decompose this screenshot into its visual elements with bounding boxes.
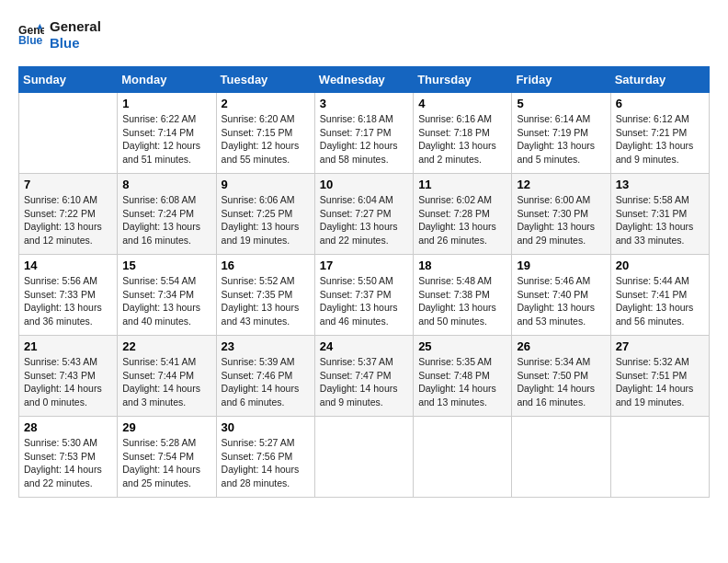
- day-info: Sunrise: 5:32 AMSunset: 7:51 PMDaylight:…: [616, 355, 704, 409]
- weekday-header-tuesday: Tuesday: [216, 67, 314, 93]
- day-info: Sunrise: 5:27 AMSunset: 7:56 PMDaylight:…: [222, 436, 310, 490]
- calendar-cell: [610, 417, 709, 498]
- day-number: 21: [24, 339, 112, 353]
- calendar-cell: [19, 93, 118, 174]
- day-number: 9: [222, 178, 310, 191]
- day-number: 26: [517, 339, 605, 353]
- calendar-cell: [414, 417, 512, 498]
- weekday-header-monday: Monday: [118, 67, 216, 93]
- day-info: Sunrise: 5:56 AMSunset: 7:33 PMDaylight:…: [24, 274, 112, 328]
- day-number: 4: [418, 97, 506, 110]
- calendar-cell: 17Sunrise: 5:50 AMSunset: 7:37 PMDayligh…: [314, 255, 413, 336]
- svg-text:Blue: Blue: [18, 34, 43, 47]
- calendar-cell: [314, 417, 413, 498]
- calendar-cell: 30Sunrise: 5:27 AMSunset: 7:56 PMDayligh…: [216, 417, 314, 498]
- day-number: 24: [320, 339, 408, 353]
- day-info: Sunrise: 6:04 AMSunset: 7:27 PMDaylight:…: [320, 193, 408, 247]
- calendar-cell: 28Sunrise: 5:30 AMSunset: 7:53 PMDayligh…: [19, 417, 118, 498]
- day-info: Sunrise: 6:00 AMSunset: 7:30 PMDaylight:…: [517, 193, 605, 247]
- day-info: Sunrise: 5:58 AMSunset: 7:31 PMDaylight:…: [616, 193, 704, 247]
- day-info: Sunrise: 5:28 AMSunset: 7:54 PMDaylight:…: [122, 436, 210, 490]
- day-info: Sunrise: 5:54 AMSunset: 7:34 PMDaylight:…: [122, 274, 210, 328]
- day-number: 1: [122, 97, 210, 110]
- calendar-cell: 19Sunrise: 5:46 AMSunset: 7:40 PMDayligh…: [512, 255, 610, 336]
- logo-icon: General Blue: [18, 22, 44, 48]
- day-info: Sunrise: 5:46 AMSunset: 7:40 PMDaylight:…: [517, 274, 605, 328]
- calendar-cell: 20Sunrise: 5:44 AMSunset: 7:41 PMDayligh…: [610, 255, 709, 336]
- calendar-cell: 15Sunrise: 5:54 AMSunset: 7:34 PMDayligh…: [118, 255, 216, 336]
- calendar-cell: 3Sunrise: 6:18 AMSunset: 7:17 PMDaylight…: [314, 93, 413, 174]
- calendar-cell: 6Sunrise: 6:12 AMSunset: 7:21 PMDaylight…: [610, 93, 709, 174]
- day-info: Sunrise: 6:14 AMSunset: 7:19 PMDaylight:…: [517, 112, 605, 167]
- calendar-cell: 10Sunrise: 6:04 AMSunset: 7:27 PMDayligh…: [314, 174, 413, 255]
- day-number: 27: [616, 339, 704, 353]
- calendar-week-5: 28Sunrise: 5:30 AMSunset: 7:53 PMDayligh…: [19, 417, 710, 498]
- day-info: Sunrise: 6:02 AMSunset: 7:28 PMDaylight:…: [418, 193, 506, 247]
- day-number: 13: [616, 178, 704, 191]
- day-number: 20: [616, 259, 704, 272]
- weekday-header-friday: Friday: [512, 67, 610, 93]
- logo-line1: General: [50, 18, 101, 35]
- day-number: 8: [122, 178, 210, 191]
- calendar-cell: 2Sunrise: 6:20 AMSunset: 7:15 PMDaylight…: [216, 93, 314, 174]
- day-number: 14: [24, 259, 112, 272]
- day-number: 22: [122, 339, 210, 353]
- calendar-cell: 22Sunrise: 5:41 AMSunset: 7:44 PMDayligh…: [118, 336, 216, 417]
- calendar-cell: 9Sunrise: 6:06 AMSunset: 7:25 PMDaylight…: [216, 174, 314, 255]
- day-info: Sunrise: 6:06 AMSunset: 7:25 PMDaylight:…: [222, 193, 310, 247]
- calendar-week-2: 7Sunrise: 6:10 AMSunset: 7:22 PMDaylight…: [19, 174, 710, 255]
- day-info: Sunrise: 5:37 AMSunset: 7:47 PMDaylight:…: [320, 355, 408, 409]
- calendar-cell: 7Sunrise: 6:10 AMSunset: 7:22 PMDaylight…: [19, 174, 118, 255]
- day-number: 15: [122, 259, 210, 272]
- day-info: Sunrise: 6:20 AMSunset: 7:15 PMDaylight:…: [222, 112, 310, 167]
- calendar-cell: 26Sunrise: 5:34 AMSunset: 7:50 PMDayligh…: [512, 336, 610, 417]
- day-info: Sunrise: 5:44 AMSunset: 7:41 PMDaylight:…: [616, 274, 704, 328]
- calendar-cell: 29Sunrise: 5:28 AMSunset: 7:54 PMDayligh…: [118, 417, 216, 498]
- calendar-cell: 13Sunrise: 5:58 AMSunset: 7:31 PMDayligh…: [610, 174, 709, 255]
- day-info: Sunrise: 6:16 AMSunset: 7:18 PMDaylight:…: [418, 112, 506, 167]
- day-number: 16: [222, 259, 310, 272]
- calendar-cell: 8Sunrise: 6:08 AMSunset: 7:24 PMDaylight…: [118, 174, 216, 255]
- calendar-cell: 21Sunrise: 5:43 AMSunset: 7:43 PMDayligh…: [19, 336, 118, 417]
- day-number: 30: [222, 420, 310, 434]
- calendar-cell: 25Sunrise: 5:35 AMSunset: 7:48 PMDayligh…: [414, 336, 512, 417]
- calendar-cell: 27Sunrise: 5:32 AMSunset: 7:51 PMDayligh…: [610, 336, 709, 417]
- day-info: Sunrise: 6:18 AMSunset: 7:17 PMDaylight:…: [320, 112, 408, 167]
- calendar-cell: 4Sunrise: 6:16 AMSunset: 7:18 PMDaylight…: [414, 93, 512, 174]
- calendar-cell: 11Sunrise: 6:02 AMSunset: 7:28 PMDayligh…: [414, 174, 512, 255]
- calendar-cell: 5Sunrise: 6:14 AMSunset: 7:19 PMDaylight…: [512, 93, 610, 174]
- day-info: Sunrise: 5:50 AMSunset: 7:37 PMDaylight:…: [320, 274, 408, 328]
- day-info: Sunrise: 5:30 AMSunset: 7:53 PMDaylight:…: [24, 436, 112, 490]
- calendar-cell: 18Sunrise: 5:48 AMSunset: 7:38 PMDayligh…: [414, 255, 512, 336]
- day-number: 6: [616, 97, 704, 110]
- calendar-cell: 24Sunrise: 5:37 AMSunset: 7:47 PMDayligh…: [314, 336, 413, 417]
- day-number: 3: [320, 97, 408, 110]
- page-header: General Blue General Blue: [18, 18, 710, 52]
- calendar-cell: 12Sunrise: 6:00 AMSunset: 7:30 PMDayligh…: [512, 174, 610, 255]
- day-number: 18: [418, 259, 506, 272]
- day-number: 11: [418, 178, 506, 191]
- weekday-header-row: SundayMondayTuesdayWednesdayThursdayFrid…: [19, 67, 710, 93]
- calendar-week-1: 1Sunrise: 6:22 AMSunset: 7:14 PMDaylight…: [19, 93, 710, 174]
- logo-line2: Blue: [50, 35, 101, 52]
- day-number: 12: [517, 178, 605, 191]
- calendar-cell: 23Sunrise: 5:39 AMSunset: 7:46 PMDayligh…: [216, 336, 314, 417]
- day-info: Sunrise: 5:35 AMSunset: 7:48 PMDaylight:…: [418, 355, 506, 409]
- day-number: 17: [320, 259, 408, 272]
- day-info: Sunrise: 6:08 AMSunset: 7:24 PMDaylight:…: [122, 193, 210, 247]
- calendar-body: 1Sunrise: 6:22 AMSunset: 7:14 PMDaylight…: [19, 93, 710, 498]
- calendar-week-3: 14Sunrise: 5:56 AMSunset: 7:33 PMDayligh…: [19, 255, 710, 336]
- day-info: Sunrise: 5:41 AMSunset: 7:44 PMDaylight:…: [122, 355, 210, 409]
- day-number: 28: [24, 420, 112, 434]
- calendar-cell: 16Sunrise: 5:52 AMSunset: 7:35 PMDayligh…: [216, 255, 314, 336]
- day-info: Sunrise: 5:39 AMSunset: 7:46 PMDaylight:…: [222, 355, 310, 409]
- day-info: Sunrise: 6:12 AMSunset: 7:21 PMDaylight:…: [616, 112, 704, 167]
- day-number: 5: [517, 97, 605, 110]
- weekday-header-saturday: Saturday: [610, 67, 709, 93]
- day-info: Sunrise: 5:43 AMSunset: 7:43 PMDaylight:…: [24, 355, 112, 409]
- day-number: 29: [122, 420, 210, 434]
- calendar-week-4: 21Sunrise: 5:43 AMSunset: 7:43 PMDayligh…: [19, 336, 710, 417]
- logo: General Blue General Blue: [18, 18, 101, 52]
- day-number: 7: [24, 178, 112, 191]
- day-info: Sunrise: 5:52 AMSunset: 7:35 PMDaylight:…: [222, 274, 310, 328]
